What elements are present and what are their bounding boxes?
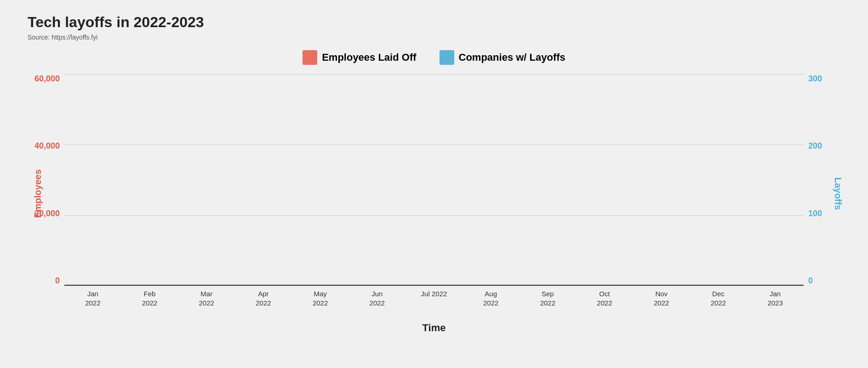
x-axis-label: Dec2022 [690, 286, 747, 307]
x-axis-label: Mar2022 [178, 286, 235, 307]
legend: Employees Laid Off Companies w/ Layoffs [28, 50, 840, 65]
y-axis-left-label: 20,000 [34, 209, 60, 218]
x-axis-label: Jul 2022 [405, 286, 463, 299]
legend-swatch-employees [303, 50, 317, 65]
x-axis-label: Aug2022 [463, 286, 520, 307]
legend-item-companies: Companies w/ Layoffs [440, 50, 565, 65]
x-axis-label: Jan2022 [64, 286, 121, 307]
legend-label-companies: Companies w/ Layoffs [459, 52, 565, 63]
x-axis-label: Jan2023 [747, 286, 804, 307]
chart-title: Tech layoffs in 2022-2023 [28, 14, 840, 31]
x-axis: Jan2022Feb2022Mar2022Apr2022May2022Jun20… [64, 286, 804, 313]
y-axis-right: 0100200300 [804, 74, 840, 286]
y-axis-left: 020,00040,00060,000 [28, 74, 64, 286]
y-axis-right-label: 200 [808, 141, 822, 151]
x-axis-label: Nov2022 [633, 286, 690, 307]
legend-label-employees: Employees Laid Off [322, 52, 416, 63]
plot-area [64, 74, 804, 286]
chart-source: Source: https://layoffs.fyi [28, 34, 840, 41]
x-axis-label: Oct2022 [576, 286, 633, 307]
x-axis-label: Sep2022 [520, 286, 577, 307]
legend-swatch-companies [440, 50, 454, 65]
x-axis-label: May2022 [292, 286, 349, 307]
y-axis-right-label: 100 [808, 209, 822, 218]
bars-area [64, 74, 804, 286]
y-axis-left-label: 60,000 [34, 74, 60, 84]
x-axis-label: Jun2022 [348, 286, 405, 307]
x-axis-title: Time [64, 322, 804, 334]
y-axis-left-label: 0 [55, 276, 60, 286]
y-axis-right-label: 300 [808, 74, 822, 84]
chart-container: Tech layoffs in 2022-2023 Source: https:… [0, 0, 868, 368]
x-axis-label: Feb2022 [121, 286, 178, 307]
legend-item-employees: Employees Laid Off [303, 50, 416, 65]
chart-area: Employees Layoffs 020,00040,00060,000 01… [28, 74, 840, 313]
x-axis-label: Apr2022 [235, 286, 292, 307]
y-axis-right-label: 0 [808, 276, 813, 286]
y-axis-left-label: 40,000 [34, 141, 60, 151]
